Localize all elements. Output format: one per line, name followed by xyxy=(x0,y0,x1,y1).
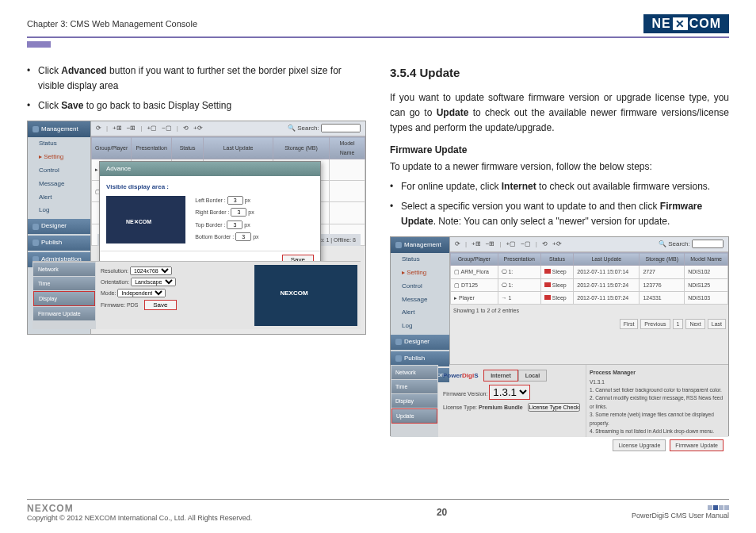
sidebar-management[interactable]: Management xyxy=(391,237,449,254)
sidebar-item-control[interactable]: Control xyxy=(391,280,449,293)
screenshot-firmware-update: Management Status ▸ Setting Control Mess… xyxy=(390,236,729,436)
firmware-version-select[interactable]: 1.3.1 xyxy=(489,385,530,400)
subtext: To update to a newer firmware version, f… xyxy=(390,159,729,174)
sidebar-item-status[interactable]: Status xyxy=(28,137,90,151)
table-row[interactable]: ▢ ARM_Flora🖵 1:Sleep2012-07-11 15:07:142… xyxy=(451,266,728,278)
publish-icon xyxy=(395,355,402,362)
process-manager-heading: Process Manager xyxy=(590,368,725,377)
internet-tab[interactable]: Internet xyxy=(483,370,518,382)
sidebar-item-log[interactable]: Log xyxy=(391,320,449,333)
tab-display[interactable]: Display xyxy=(33,291,95,306)
license-type-check-button[interactable]: License Type Check xyxy=(528,403,581,412)
tab-time[interactable]: Time xyxy=(391,380,437,393)
gear-icon xyxy=(395,242,402,248)
firmware-update-button[interactable]: Firmware Update xyxy=(670,439,724,451)
license-upgrade-button[interactable]: License Upgrade xyxy=(613,439,666,451)
left-border-input[interactable] xyxy=(227,196,243,205)
visible-area-label: Visible display area : xyxy=(106,182,314,193)
draw-icon xyxy=(395,339,402,345)
sidebar-designer[interactable]: Designer xyxy=(391,335,449,350)
right-border-input[interactable] xyxy=(231,208,246,217)
tab-mark xyxy=(27,41,51,48)
sub-heading: Firmware Update xyxy=(390,143,729,158)
copyright: Copyright © 2012 NEXCOM International Co… xyxy=(27,514,252,522)
screenshot-display-setting: Management Status ▸ Setting Control Mess… xyxy=(27,121,366,335)
sidebar-item-message[interactable]: Message xyxy=(28,178,90,191)
pm-note: 4. Streaming is not listed in Add Link d… xyxy=(590,428,725,435)
sidebar-item-log[interactable]: Log xyxy=(28,204,90,217)
pm-version: V1.3.1 xyxy=(590,378,725,386)
draw-icon xyxy=(32,224,39,230)
chapter-title: Chapter 3: CMS Web Management Console xyxy=(27,19,197,29)
tab-display[interactable]: Display xyxy=(391,394,437,408)
advance-popup: Advance Visible display area : NE✕COM Le… xyxy=(99,161,321,270)
resolution-select[interactable]: 1024x768 xyxy=(130,266,172,275)
tab-network[interactable]: Network xyxy=(391,366,437,379)
page-1[interactable]: 1 xyxy=(673,319,684,329)
page-next[interactable]: Next xyxy=(685,319,704,329)
tab-time[interactable]: Time xyxy=(33,277,95,290)
table-row[interactable]: ▢ DT125🖵 1:Sleep2012-07-11 15:07:2412377… xyxy=(451,278,728,291)
sidebar-item-alert[interactable]: Alert xyxy=(391,306,449,320)
sidebar-item-setting[interactable]: ▸ Setting xyxy=(391,266,449,280)
page-last[interactable]: Last xyxy=(708,319,726,329)
right-bullets: For online update, click Internet to che… xyxy=(390,179,729,230)
pm-note: 2. Cannot modify existing ticker message… xyxy=(590,394,725,411)
sidebar-management[interactable]: Management xyxy=(28,121,90,138)
top-border-input[interactable] xyxy=(227,220,242,229)
page-first[interactable]: First xyxy=(620,319,639,329)
player-table: Group/PlayerPresentationStatusLast Updat… xyxy=(450,252,728,305)
orientation-select[interactable]: Landscape xyxy=(131,278,176,286)
popup-title: Advance xyxy=(100,162,320,177)
nexcom-logo: NE✕COM xyxy=(643,14,729,33)
intro-text: If you want to update software firmware … xyxy=(390,90,729,136)
page-number: 20 xyxy=(437,507,447,518)
sidebar-publish[interactable]: Publish xyxy=(28,236,90,251)
tab-firmware-update[interactable]: Firmware Update xyxy=(33,307,95,320)
sidebar-designer[interactable]: Designer xyxy=(28,219,90,234)
save-button-2[interactable]: Save xyxy=(144,300,176,310)
toolbar: ⟳|+⊞−⊞|+▢−▢|⟲+⟳ 🔍 Search: xyxy=(91,121,365,137)
showing-text: Showing 1 to 2 of 2 entries xyxy=(450,305,728,316)
bottom-border-input[interactable] xyxy=(235,232,251,241)
bullet: For online update, click Internet to che… xyxy=(390,179,729,194)
tab-update[interactable]: Update xyxy=(391,408,437,424)
search-input[interactable] xyxy=(321,124,361,132)
sidebar-item-control[interactable]: Control xyxy=(28,164,90,178)
toolbar: ⟳|+⊞−⊞|+▢−▢|⟲+⟳ 🔍 Search: xyxy=(450,237,728,253)
bullet: Click Save to go back to basic Display S… xyxy=(27,98,366,113)
sidebar-item-alert[interactable]: Alert xyxy=(28,191,90,205)
bullet: Click Advanced button if you want to fur… xyxy=(27,63,366,94)
search-input[interactable] xyxy=(692,240,724,248)
bullet: Select a specific version you want to up… xyxy=(390,199,729,229)
table-row[interactable]: ▸ Player→ 1Sleep2012-07-11 15:07:2412433… xyxy=(451,291,728,304)
manual-name: PowerDigiS CMS User Manual xyxy=(632,512,729,520)
pm-note: 1. Cannot set ticker background color to… xyxy=(590,386,725,394)
sidebar-item-status[interactable]: Status xyxy=(391,253,449,266)
footer-logo: NEXCOM xyxy=(27,503,252,514)
left-bullets: Click Advanced button if you want to fur… xyxy=(27,63,366,114)
sidebar-item-setting[interactable]: ▸ Setting xyxy=(28,151,90,164)
display-preview: NEXCOM xyxy=(254,265,357,326)
tab-network[interactable]: Network xyxy=(33,263,95,276)
gear-icon xyxy=(32,126,39,132)
publish-icon xyxy=(32,240,39,246)
powerdigis-logo: PowerDigiS InternetLocal xyxy=(443,370,581,382)
section-heading: 3.5.4 Update xyxy=(390,63,729,82)
sidebar-item-message[interactable]: Message xyxy=(391,293,449,307)
mode-select[interactable]: Independent xyxy=(117,289,166,297)
pm-note: 3. Some remote (web) image files cannot … xyxy=(590,411,725,428)
local-tab[interactable]: Local xyxy=(518,370,547,382)
pager: First Previous 1 Next Last xyxy=(450,316,728,332)
preview-thumb: NE✕COM xyxy=(106,196,185,243)
page-prev[interactable]: Previous xyxy=(640,319,670,329)
